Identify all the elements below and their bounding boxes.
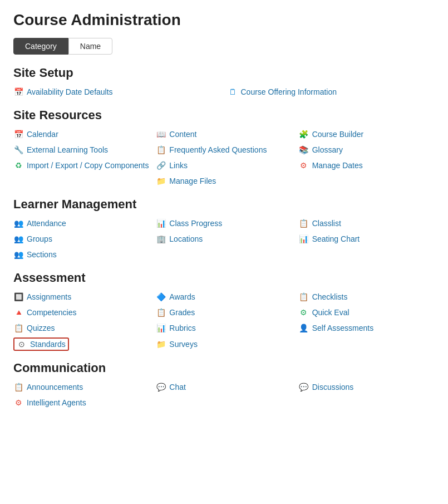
quick-eval-icon: ⚙ [299,307,309,317]
link-content[interactable]: 📖 Content [156,128,292,140]
calendar-icon2: 📅 [13,129,23,139]
site-setup-heading: Site Setup [13,66,435,80]
link-assignments[interactable]: 🔲 Assignments [13,291,149,303]
link-competencies[interactable]: 🔺 Competencies [13,306,149,319]
link-grades[interactable]: 📋 Grades [156,306,292,319]
link-attendance[interactable]: 👥 Attendance [13,217,149,229]
site-resources-grid: 📅 Calendar 📖 Content 🧩 Course Builder 🔧 … [13,128,435,187]
link-availability-date-defaults[interactable]: 📅 Availability Date Defaults [13,86,221,98]
classlist-icon: 📋 [299,218,309,228]
seating-icon: 📊 [299,234,309,244]
link-chat[interactable]: 💬 Chat [156,381,292,393]
sections-icon: 👥 [13,249,23,260]
link-calendar[interactable]: 📅 Calendar [13,128,149,140]
locations-icon: 🏢 [156,234,166,244]
agents-icon: ⚙ [13,398,23,408]
chat-icon: 💬 [156,382,166,392]
quizzes-icon: 📋 [13,323,23,333]
attendance-icon: 👥 [13,218,23,228]
glossary-icon: 📚 [299,145,309,155]
progress-icon: 📊 [156,218,166,228]
link-manage-dates[interactable]: ⚙ Manage Dates [299,159,435,172]
link-glossary[interactable]: 📚 Glossary [299,144,435,156]
link-self-assessments[interactable]: 👤 Self Assessments [299,322,435,334]
link-groups[interactable]: 👥 Groups [13,233,149,245]
link-awards[interactable]: 🔷 Awards [156,291,292,303]
link-classlist[interactable]: 📋 Classlist [299,217,435,229]
link-locations[interactable]: 🏢 Locations [156,233,292,245]
link-external-learning-tools[interactable]: 🔧 External Learning Tools [13,144,149,156]
link-import-export[interactable]: ♻ Import / Export / Copy Components [13,159,149,172]
groups-icon: 👥 [13,234,23,244]
rubrics-icon: 📊 [156,323,166,333]
assessment-heading: Assessment [13,271,435,285]
link-checklists[interactable]: 📋 Checklists [299,291,435,303]
assessment-grid: 🔲 Assignments 🔷 Awards 📋 Checklists 🔺 Co… [13,291,435,351]
tools-icon: 🔧 [13,145,23,155]
link-class-progress[interactable]: 📊 Class Progress [156,217,292,229]
learner-management-heading: Learner Management [13,197,435,212]
link-rubrics[interactable]: 📊 Rubrics [156,322,292,334]
links-icon: 🔗 [156,160,166,170]
link-faq[interactable]: 📋 Frequently Asked Questions [156,144,292,156]
files-icon: 📁 [156,176,166,186]
announcements-icon: 📋 [13,382,23,392]
discussions-icon: 💬 [299,382,309,392]
link-manage-files[interactable]: 📁 Manage Files [156,175,292,187]
content-icon: 📖 [156,129,166,139]
link-course-builder[interactable]: 🧩 Course Builder [299,128,435,140]
assignments-icon: 🔲 [13,292,23,302]
link-seating-chart[interactable]: 📊 Seating Chart [299,233,435,245]
checklists-icon: 📋 [299,292,309,302]
site-setup-grid: 📅 Availability Date Defaults 🗒 Course Of… [13,86,435,98]
link-links[interactable]: 🔗 Links [156,159,292,172]
link-announcements[interactable]: 📋 Announcements [13,381,149,393]
link-intelligent-agents[interactable]: ⚙ Intelligent Agents [13,397,149,409]
site-resources-heading: Site Resources [13,108,435,123]
category-toggle-btn[interactable]: Category [13,38,68,55]
communication-heading: Communication [13,361,435,375]
awards-icon: 🔷 [156,292,166,302]
link-quizzes[interactable]: 📋 Quizzes [13,322,149,334]
link-course-offering-info[interactable]: 🗒 Course Offering Information [228,86,435,98]
link-discussions[interactable]: 💬 Discussions [299,381,435,393]
competencies-icon: 🔺 [13,307,23,317]
link-standards[interactable]: ⊙ Standards [13,337,69,351]
builder-icon: 🧩 [299,129,309,139]
faq-icon: 📋 [156,145,166,155]
view-toggle: Category Name [13,38,435,55]
link-quick-eval[interactable]: ⚙ Quick Eval [299,306,435,319]
self-assess-icon: 👤 [299,323,309,333]
page-title: Course Administration [13,11,435,29]
link-surveys[interactable]: 📁 Surveys [156,337,292,351]
communication-grid: 📋 Announcements 💬 Chat 💬 Discussions ⚙ I… [13,381,435,409]
import-icon: ♻ [13,160,23,170]
calendar-icon: 📅 [13,87,23,97]
manage-dates-icon: ⚙ [299,160,309,170]
link-sections[interactable]: 👥 Sections [13,248,149,261]
standards-icon: ⊙ [17,339,27,349]
grades-icon: 📋 [156,307,166,317]
course-offering-icon: 🗒 [228,87,238,97]
learner-management-grid: 👥 Attendance 📊 Class Progress 📋 Classlis… [13,217,435,261]
name-toggle-btn[interactable]: Name [68,38,112,55]
surveys-icon: 📁 [156,339,166,349]
